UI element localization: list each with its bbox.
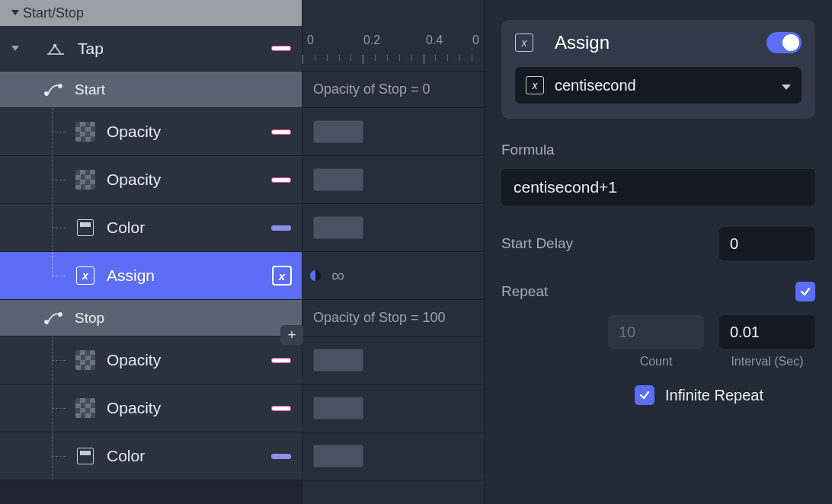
action-label: Color bbox=[107, 447, 145, 465]
action-label: Opacity bbox=[107, 399, 161, 417]
action-row-opacity[interactable]: Opacity bbox=[0, 337, 302, 384]
timeline-track[interactable] bbox=[302, 204, 484, 252]
repeat-count-input[interactable]: 10 bbox=[608, 315, 704, 349]
opacity-icon bbox=[73, 122, 98, 142]
start-delay-label: Start Delay bbox=[501, 235, 719, 252]
start-delay-input[interactable]: 0 bbox=[719, 227, 815, 260]
keyframe-chip[interactable] bbox=[313, 445, 363, 467]
variable-icon: x bbox=[515, 33, 533, 52]
timeline-track[interactable] bbox=[302, 108, 484, 156]
variable-badge-icon: x bbox=[272, 266, 292, 285]
keyframe-dot-icon[interactable] bbox=[310, 270, 321, 281]
ruler-ticks bbox=[302, 55, 484, 64]
color-swatch[interactable] bbox=[271, 129, 291, 135]
assign-enabled-toggle[interactable] bbox=[766, 32, 802, 53]
variable-icon: x bbox=[526, 76, 544, 94]
response-label: Start bbox=[75, 81, 105, 98]
color-swatch[interactable] bbox=[271, 177, 291, 183]
add-action-button[interactable]: + bbox=[280, 325, 303, 345]
section-title: Start/Stop bbox=[23, 5, 84, 21]
svg-point-0 bbox=[54, 44, 56, 46]
repeat-label: Repeat bbox=[501, 283, 795, 300]
action-row-opacity[interactable]: Opacity bbox=[0, 384, 302, 432]
svg-point-1 bbox=[45, 92, 48, 95]
trigger-row-tap[interactable]: Tap bbox=[0, 26, 302, 72]
keyframe-chip[interactable] bbox=[313, 120, 363, 143]
timeline-ruler[interactable]: 0 0.2 0.4 0 bbox=[302, 26, 484, 72]
start-delay-value: 0 bbox=[730, 235, 738, 253]
action-label: Opacity bbox=[107, 123, 161, 141]
timeline-track[interactable] bbox=[302, 156, 484, 204]
infinity-icon: ∞ bbox=[331, 265, 346, 286]
formula-input[interactable]: centisecond+1 bbox=[501, 169, 815, 206]
inspector-title: Assign bbox=[555, 32, 756, 53]
inspector-panel: x Assign x centisecond Formula centiseco… bbox=[485, 0, 832, 504]
trigger-icon bbox=[44, 41, 69, 56]
ruler-tick-label: 0 bbox=[472, 33, 479, 47]
timeline-caption-stop: Opacity of Stop = 100 bbox=[302, 300, 484, 337]
timeline-track-assign[interactable]: ∞ bbox=[302, 252, 484, 300]
color-icon bbox=[73, 219, 98, 236]
timeline-caption-start: Opacity of Stop = 0 bbox=[302, 72, 484, 108]
color-swatch[interactable] bbox=[271, 406, 291, 411]
caption-text: Opacity of Stop = 0 bbox=[313, 81, 430, 97]
repeat-checkbox[interactable] bbox=[795, 282, 815, 301]
timeline-track[interactable] bbox=[302, 432, 484, 480]
repeat-interval-value: 0.01 bbox=[730, 324, 760, 341]
infinite-repeat-label: Infinite Repeat bbox=[665, 387, 763, 404]
keyframe-chip[interactable] bbox=[313, 216, 363, 239]
section-header-startstop[interactable]: Start/Stop bbox=[0, 0, 302, 26]
action-row-assign[interactable]: x Assign x bbox=[0, 252, 302, 300]
action-label: Opacity bbox=[107, 171, 161, 189]
layer-tree-panel: Start/Stop Tap Start Opacity Opacity bbox=[0, 0, 302, 504]
color-swatch[interactable] bbox=[271, 358, 291, 363]
variable-icon: x bbox=[73, 266, 98, 285]
variable-dropdown[interactable]: x centisecond bbox=[515, 67, 802, 104]
variable-name: centisecond bbox=[555, 77, 636, 94]
keyframe-chip[interactable] bbox=[313, 168, 363, 191]
action-row-color[interactable]: Color bbox=[0, 432, 302, 480]
response-group-start[interactable]: Start bbox=[0, 72, 302, 108]
chevron-down-icon bbox=[11, 46, 19, 51]
opacity-icon bbox=[73, 350, 98, 370]
repeat-count-value: 10 bbox=[619, 324, 635, 341]
color-swatch[interactable] bbox=[271, 46, 291, 51]
action-label: Assign bbox=[107, 266, 155, 285]
assign-card: x Assign x centisecond bbox=[501, 20, 815, 119]
repeat-interval-label: Interval (Sec) bbox=[731, 355, 803, 368]
chevron-down-icon bbox=[8, 10, 23, 16]
ruler-tick-label: 0.4 bbox=[426, 33, 443, 47]
ruler-tick-label: 0 bbox=[307, 33, 314, 47]
timeline-track[interactable] bbox=[302, 384, 484, 432]
action-label: Color bbox=[107, 219, 145, 237]
caption-text: Opacity of Stop = 100 bbox=[313, 310, 446, 326]
keyframe-chip[interactable] bbox=[313, 397, 363, 419]
timeline-panel: 0 0.2 0.4 0 Opacity of Stop = 0 ∞ Opacit… bbox=[302, 0, 485, 504]
response-icon bbox=[41, 311, 66, 325]
formula-value: centisecond+1 bbox=[514, 178, 617, 196]
repeat-interval-input[interactable]: 0.01 bbox=[719, 315, 815, 349]
trigger-label: Tap bbox=[78, 40, 104, 58]
action-row-opacity[interactable]: Opacity bbox=[0, 156, 302, 204]
chevron-down-icon bbox=[782, 77, 791, 94]
color-swatch[interactable] bbox=[271, 454, 291, 459]
response-icon bbox=[41, 83, 66, 97]
action-row-color[interactable]: Color bbox=[0, 204, 302, 252]
formula-label: Formula bbox=[501, 142, 815, 158]
color-icon bbox=[73, 448, 98, 464]
action-label: Opacity bbox=[107, 351, 161, 369]
svg-point-4 bbox=[59, 313, 62, 316]
ruler-tick-label: 0.2 bbox=[363, 33, 380, 47]
infinite-repeat-checkbox[interactable] bbox=[635, 385, 654, 405]
svg-point-2 bbox=[59, 85, 62, 88]
svg-point-3 bbox=[45, 321, 48, 324]
repeat-count-label: Count bbox=[640, 355, 673, 368]
color-swatch[interactable] bbox=[271, 225, 291, 231]
keyframe-chip[interactable] bbox=[313, 349, 363, 372]
opacity-icon bbox=[73, 398, 98, 418]
action-row-opacity[interactable]: Opacity bbox=[0, 108, 302, 156]
response-label: Stop bbox=[75, 310, 104, 327]
response-group-stop[interactable]: Stop + bbox=[0, 300, 302, 337]
timeline-track[interactable] bbox=[302, 337, 484, 384]
opacity-icon bbox=[73, 170, 98, 190]
